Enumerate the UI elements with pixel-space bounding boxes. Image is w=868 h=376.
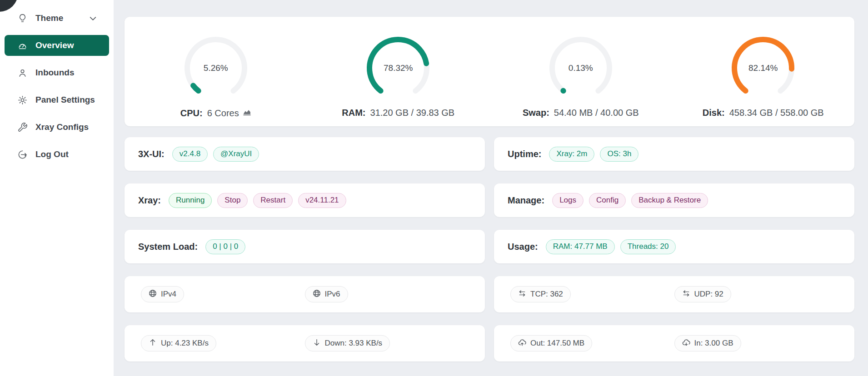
- pill-cell: UDP: 92: [674, 286, 838, 302]
- tag-threads-20: Threads: 20: [620, 239, 676, 254]
- gauge-percent: 5.26%: [182, 34, 250, 102]
- tag-v2-4-8[interactable]: v2.4.8: [172, 147, 208, 162]
- tag-restart[interactable]: Restart: [253, 193, 293, 208]
- gauge-label-name: Disk:: [703, 108, 725, 118]
- arrow-down-icon: [313, 338, 321, 349]
- sidebar-item-label: Overview: [35, 40, 74, 50]
- gauge-label-value: 6 Cores: [207, 108, 239, 119]
- sidebar-item-label: Inbounds: [35, 68, 74, 78]
- gauge-label: CPU:6 Cores: [180, 108, 251, 119]
- tag-v24-11-21[interactable]: v24.11.21: [298, 193, 346, 208]
- pill-cell: Out: 147.50 MB: [510, 335, 674, 351]
- tag-config[interactable]: Config: [589, 193, 626, 208]
- tag-stop[interactable]: Stop: [217, 193, 248, 208]
- sidebar-nav: ThemeOverviewInboundsPanel SettingsXray …: [0, 0, 114, 165]
- gauge-percent: 0.13%: [547, 34, 615, 102]
- sidebar-item-panel-settings[interactable]: Panel Settings: [5, 89, 109, 110]
- tag-logs[interactable]: Logs: [552, 193, 584, 208]
- tag-xrayui[interactable]: @XrayUI: [213, 147, 259, 162]
- gauge-label-name: RAM:: [342, 108, 365, 118]
- sidebar-item-label: Theme: [35, 13, 63, 23]
- card-label: Usage:: [508, 242, 538, 252]
- tag-running: Running: [169, 193, 212, 208]
- pill-out-147-50-mb: Out: 147.50 MB: [510, 335, 592, 351]
- sidebar-item-label: Panel Settings: [35, 95, 95, 105]
- pill-label: Up: 4.23 KB/s: [161, 339, 209, 348]
- pill-label: In: 3.00 GB: [694, 339, 733, 348]
- gauge-ring: 0.13%: [547, 34, 615, 102]
- card-network-speed: Up: 4.23 KB/sDown: 3.93 KB/s: [125, 325, 485, 361]
- card-uptime: Uptime:Xray: 2mOS: 3h: [494, 137, 854, 171]
- pill-cell: IPv4: [141, 286, 305, 302]
- pill-up-4-23-kb-s: Up: 4.23 KB/s: [141, 335, 216, 351]
- pill-label: IPv4: [161, 290, 176, 299]
- pill-tcp-362: TCP: 362: [510, 286, 571, 302]
- pill-cell: IPv6: [305, 286, 469, 302]
- pill-ipv6: IPv6: [305, 286, 348, 302]
- gauge-label-value: 54.40 MB / 40.00 GB: [554, 108, 639, 118]
- sidebar-item-inbounds[interactable]: Inbounds: [5, 62, 109, 83]
- pill-udp-92: UDP: 92: [674, 286, 731, 302]
- pill-in-3-00-gb: In: 3.00 GB: [674, 335, 741, 351]
- tag-ram-47-77-mb: RAM: 47.77 MB: [546, 239, 615, 254]
- sidebar-item-xray-configs[interactable]: Xray Configs: [5, 117, 109, 138]
- card-xray-status: Xray:RunningStopRestartv24.11.21: [125, 183, 485, 217]
- bulb-icon: [17, 13, 28, 24]
- pill-label: UDP: 92: [694, 290, 723, 299]
- pill-label: TCP: 362: [530, 290, 563, 299]
- gauge-label-name: Swap:: [523, 108, 549, 118]
- cloud-up-icon: [518, 338, 526, 349]
- sidebar-item-label: Log Out: [35, 149, 69, 159]
- dashboard-icon: [17, 40, 28, 51]
- swap-icon: [518, 289, 526, 300]
- cloud-down-icon: [682, 338, 690, 349]
- sidebar-item-theme[interactable]: Theme: [5, 8, 109, 29]
- sidebar-item-overview[interactable]: Overview: [5, 35, 109, 56]
- user-icon: [17, 68, 28, 78]
- card-traffic-total: Out: 147.50 MBIn: 3.00 GB: [494, 325, 854, 361]
- pill-cell: Down: 3.93 KB/s: [305, 335, 469, 351]
- pill-cell: Up: 4.23 KB/s: [141, 335, 305, 351]
- card-panel-version: 3X-UI:v2.4.8@XrayUI: [125, 137, 485, 171]
- pill-label: Out: 147.50 MB: [530, 339, 584, 348]
- tag-backup-restore[interactable]: Backup & Restore: [631, 193, 708, 208]
- wrench-icon: [17, 122, 28, 133]
- area-chart-icon[interactable]: [243, 108, 251, 119]
- gauge-ring: 78.32%: [364, 34, 432, 102]
- pill-label: IPv6: [325, 290, 340, 299]
- main-content: 5.26%CPU:6 Cores 78.32%RAM:31.20 GB / 39…: [114, 0, 868, 361]
- card-label: Xray:: [138, 195, 161, 206]
- card-label: 3X-UI:: [138, 149, 165, 159]
- pill-down-3-93-kb-s: Down: 3.93 KB/s: [305, 335, 390, 351]
- arrow-up-icon: [149, 338, 157, 349]
- gauge-label: RAM:31.20 GB / 39.83 GB: [342, 108, 454, 118]
- tag-0-0-0: 0 | 0 | 0: [205, 239, 245, 254]
- card-manage: Manage:LogsConfigBackup & Restore: [494, 183, 854, 217]
- globe-icon: [149, 289, 157, 300]
- tag-xray-2m: Xray: 2m: [549, 147, 594, 162]
- gauge-label-value: 31.20 GB / 39.83 GB: [370, 108, 455, 118]
- swap-icon: [682, 289, 690, 300]
- sidebar: ThemeOverviewInboundsPanel SettingsXray …: [0, 0, 114, 376]
- sidebar-item-log-out[interactable]: Log Out: [5, 144, 109, 165]
- gauge-percent: 82.14%: [729, 34, 797, 102]
- chevron-down-icon[interactable]: [88, 13, 98, 24]
- gauge-disk: 82.14%Disk:458.34 GB / 558.00 GB: [672, 34, 855, 118]
- card-label: Uptime:: [508, 149, 541, 159]
- info-cards-grid: 3X-UI:v2.4.8@XrayUIUptime:Xray: 2mOS: 3h…: [125, 137, 854, 361]
- globe-icon: [313, 289, 321, 300]
- card-connections: TCP: 362UDP: 92: [494, 276, 854, 312]
- gauge-label: Disk:458.34 GB / 558.00 GB: [703, 108, 824, 118]
- gauge-ram: 78.32%RAM:31.20 GB / 39.83 GB: [307, 34, 490, 118]
- card-ip-addresses: IPv4IPv6: [125, 276, 485, 312]
- system-status-card: 5.26%CPU:6 Cores 78.32%RAM:31.20 GB / 39…: [125, 17, 854, 126]
- logout-icon: [17, 149, 28, 160]
- pill-cell: In: 3.00 GB: [674, 335, 838, 351]
- card-label: Manage:: [508, 195, 544, 206]
- gear-icon: [17, 95, 28, 105]
- gauge-cpu: 5.26%CPU:6 Cores: [125, 34, 307, 119]
- pill-label: Down: 3.93 KB/s: [325, 339, 383, 348]
- gauge-ring: 82.14%: [729, 34, 797, 102]
- gauge-label: Swap:54.40 MB / 40.00 GB: [523, 108, 639, 118]
- gauge-ring: 5.26%: [182, 34, 250, 102]
